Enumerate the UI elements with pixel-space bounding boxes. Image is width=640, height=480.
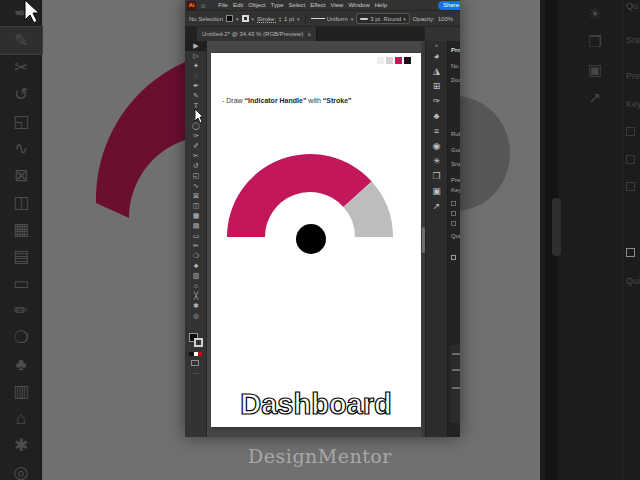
paintbrush-tool-icon[interactable]: ✑ [185,131,207,141]
bg-label-snap: Sna [626,35,640,45]
zoom-tool-icon[interactable]: ◎ [185,311,207,321]
panel-checkbox-1[interactable] [451,201,456,206]
width-profile-caret-icon[interactable]: ▾ [351,16,354,22]
palette-swatch-1[interactable] [377,57,384,64]
snap-fragment[interactable]: Sna [451,161,460,167]
artboard[interactable]: - Draw “Indicator Handle” with “Stroke” … [211,53,421,427]
palette-swatch-2[interactable] [386,57,393,64]
stroke-label[interactable]: Stroke: [257,16,276,22]
menu-item-effect[interactable]: Effect [310,2,325,8]
palette-swatches [377,57,411,64]
toolbar-overflow-icon[interactable]: … [185,368,207,375]
menu-item-help[interactable]: Help [375,2,387,8]
brush-definition-dropdown[interactable]: 3 pt. Round ▾ [356,13,410,24]
preferences-fragment[interactable]: Pre [451,177,460,183]
stroke-weight-value[interactable]: 1 pt [284,16,294,22]
menu-item-edit[interactable]: Edit [233,2,243,8]
width-profile-dropdown[interactable]: Uniform [311,16,348,22]
step-down-icon[interactable]: ▾ [279,19,281,22]
panel-checkbox-4[interactable] [451,255,456,260]
tab-close-icon[interactable]: × [307,31,311,38]
width-profile-value: Uniform [327,16,348,22]
appearance-panel-icon[interactable]: ☀ [426,154,447,169]
keyboard-fragment[interactable]: Key [451,187,460,193]
draw-mode-button[interactable] [191,360,199,366]
color-panel-icon[interactable]: ◕ [426,49,447,64]
gauge-hub-circle[interactable] [296,224,326,254]
bg-checkbox-4 [626,248,635,257]
dashboard-title-text[interactable]: Dashboard [211,388,421,421]
blend-tool-icon[interactable]: ❍ [185,251,207,261]
width-tool-icon[interactable]: ∿ [185,181,207,191]
perspective-grid-tool-icon[interactable]: ▦ [185,211,207,221]
gradient-sphere-panel-icon[interactable]: ◉ [426,139,447,154]
symbols-panel-icon[interactable]: ♣ [426,109,447,124]
stroke-panel-icon[interactable]: ≡ [426,124,447,139]
bg-column-graph-tool-icon: ▥ [0,378,42,405]
stroke-proxy-swatch[interactable] [194,338,203,347]
lasso-tool-icon[interactable]: ◌ [185,71,207,81]
palette-swatch-4[interactable] [404,57,411,64]
menu-item-file[interactable]: File [218,2,228,8]
export-panel-icon[interactable]: ↗ [426,199,447,214]
document-canvas[interactable]: - Draw “Indicator Handle” with “Stroke” … [207,41,425,437]
magic-wand-tool-icon[interactable]: ✦ [185,61,207,71]
bg-mesh-tool-icon: ▤ [0,243,42,270]
selection-tool-icon[interactable]: ▶ [185,41,207,51]
mesh-tool-icon[interactable]: ▤ [185,221,207,231]
rulers-fragment[interactable]: Rul [451,131,460,137]
artboards-panel-icon[interactable]: ❐ [426,169,447,184]
menu-item-object[interactable]: Object [248,2,265,8]
background-scrollbar-thumb [552,198,561,256]
gauge-progress-arc[interactable] [227,154,372,237]
hand-tool-icon[interactable]: ✱ [185,301,207,311]
stroke-color-swatch[interactable] [242,15,249,22]
artboard-tool-icon[interactable]: ⌂ [185,281,207,291]
fill-stroke-indicator[interactable] [189,333,203,347]
menu-item-type[interactable]: Type [271,2,284,8]
document-tab[interactable]: Untitled-2* @ 34.43 % (RGB/Preview) × [197,27,317,41]
layers-panel-icon[interactable]: ▣ [426,184,447,199]
collapse-dock-icon[interactable]: « [426,41,447,49]
curvature-tool-icon[interactable]: ✎ [185,91,207,101]
column-graph-tool-icon[interactable]: ▥ [185,271,207,281]
gradient-tool-icon[interactable]: ▭ [185,231,207,241]
eyedropper-tool-icon[interactable]: ✏ [185,241,207,251]
illustrator-logo-icon[interactable]: Ai [187,1,196,10]
direct-selection-tool-icon[interactable]: ▷ [185,51,207,61]
menu-item-select[interactable]: Select [289,2,306,8]
brushes-panel-icon[interactable]: ✑ [426,94,447,109]
stroke-weight-stepper[interactable]: ▴ ▾ [279,16,281,22]
divider [305,14,306,24]
swatches-panel-icon[interactable]: ⊞ [426,79,447,94]
transform-panel-clipped [450,345,460,423]
guides-fragment[interactable]: Gui [451,147,460,153]
shaper-tool-icon[interactable]: ✐ [185,141,207,151]
gradient-panel-icon[interactable]: ◮ [426,64,447,79]
stroke-caret-icon[interactable]: ▾ [252,16,255,22]
opacity-value[interactable]: 100% [438,16,453,22]
home-icon[interactable]: ⌂ [201,2,205,9]
scissors-tool-icon[interactable]: ✂ [185,151,207,161]
panel-checkbox-3[interactable] [451,221,456,226]
symbol-sprayer-tool-icon[interactable]: ♣ [185,261,207,271]
pen-tool-icon[interactable]: ✒ [185,81,207,91]
opacity-label[interactable]: Opacity: [413,16,435,22]
panel-checkbox-2[interactable] [451,211,456,216]
stroke-weight-caret-icon[interactable]: ▾ [297,16,300,22]
fill-caret-icon[interactable]: ▾ [236,16,239,22]
rotate-tool-icon[interactable]: ↺ [185,161,207,171]
background-toolbar: ✒✎✂↺◱∿⊠◫▦▤▭✏❍♣▥⌂✱◎ [0,0,42,480]
fill-color-swatch[interactable] [226,15,233,22]
menu-item-window[interactable]: Window [348,2,369,8]
scale-tool-icon[interactable]: ◱ [185,171,207,181]
palette-swatch-3[interactable] [395,57,402,64]
menu-item-view[interactable]: View [331,2,344,8]
shape-builder-tool-icon[interactable]: ◫ [185,201,207,211]
slice-tool-icon[interactable]: ╳ [185,291,207,301]
color-mode-buttons[interactable] [189,352,202,356]
gauge-graphic[interactable] [225,149,397,259]
share-button[interactable]: Share [438,1,460,10]
quick-actions-fragment: Qui [451,233,460,239]
free-transform-tool-icon[interactable]: ⊠ [185,191,207,201]
